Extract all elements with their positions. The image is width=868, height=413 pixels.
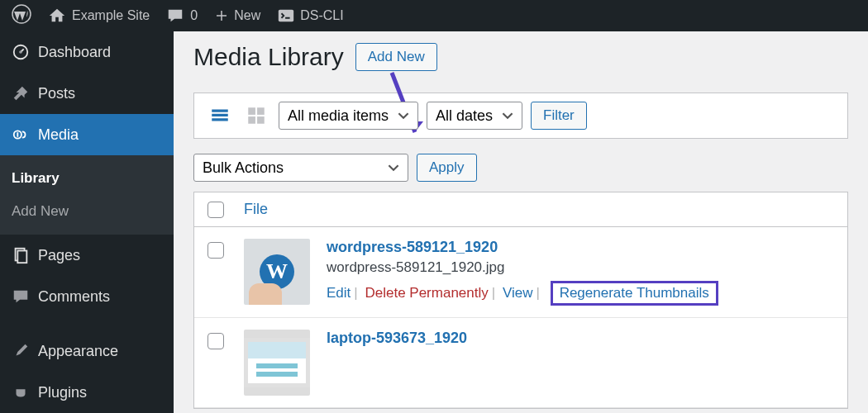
media-icon bbox=[12, 126, 30, 144]
svg-point-3 bbox=[19, 50, 22, 54]
row-actions: Edit| Delete Permanently| View| Regenera… bbox=[327, 281, 834, 306]
edit-link[interactable]: Edit bbox=[327, 285, 351, 301]
plug-icon bbox=[12, 383, 30, 401]
media-filters: All media items All dates Filter bbox=[193, 93, 848, 139]
terminal-icon bbox=[277, 7, 295, 25]
wp-logo[interactable] bbox=[3, 0, 40, 31]
sidebar-label: Dashboard bbox=[38, 44, 111, 61]
column-file[interactable]: File bbox=[244, 201, 268, 218]
svg-rect-6 bbox=[17, 251, 26, 263]
sidebar-subitem-library[interactable]: Library bbox=[0, 162, 174, 195]
media-type-select[interactable]: All media items bbox=[279, 102, 418, 130]
page-title: Media Library bbox=[193, 43, 344, 71]
bulk-actions-select[interactable]: Bulk Actions bbox=[193, 154, 408, 182]
sidebar-item-appearance[interactable]: Appearance bbox=[0, 330, 174, 372]
svg-rect-1 bbox=[279, 10, 293, 22]
dashboard-icon bbox=[12, 43, 30, 61]
svg-rect-8 bbox=[257, 107, 265, 115]
new-content-link[interactable]: New bbox=[206, 0, 269, 31]
list-icon bbox=[209, 105, 231, 126]
cli-label: DS-CLI bbox=[300, 8, 343, 23]
admin-sidebar: Dashboard Posts Media Library Add New Pa… bbox=[0, 31, 174, 413]
main-content: Media Library Add New All media items Al… bbox=[174, 31, 868, 413]
sidebar-item-media[interactable]: Media bbox=[0, 114, 174, 155]
sidebar-item-dashboard[interactable]: Dashboard bbox=[0, 31, 174, 73]
select-all-checkbox[interactable] bbox=[207, 202, 224, 218]
sidebar-label: Comments bbox=[38, 288, 110, 306]
media-thumbnail[interactable]: W bbox=[244, 239, 310, 305]
site-name: Example Site bbox=[72, 8, 150, 23]
sidebar-item-posts[interactable]: Posts bbox=[0, 73, 174, 114]
sidebar-item-plugins[interactable]: Plugins bbox=[0, 372, 174, 413]
svg-rect-7 bbox=[248, 107, 255, 115]
sidebar-item-comments[interactable]: Comments bbox=[0, 276, 174, 317]
media-filename: wordpress-589121_1920.jpg bbox=[327, 259, 834, 276]
media-title[interactable]: wordpress-589121_1920 bbox=[327, 239, 834, 256]
sidebar-label: Plugins bbox=[38, 384, 87, 401]
sidebar-item-pages[interactable]: Pages bbox=[0, 235, 174, 276]
admin-toolbar: Example Site 0 New DS-CLI bbox=[0, 0, 868, 31]
pages-icon bbox=[12, 246, 30, 264]
svg-rect-10 bbox=[257, 116, 265, 124]
svg-rect-9 bbox=[248, 116, 255, 124]
sidebar-subitem-addnew[interactable]: Add New bbox=[0, 195, 174, 228]
grid-icon bbox=[246, 105, 267, 126]
view-link[interactable]: View bbox=[503, 285, 533, 301]
media-table: File W wordpress-589121_1920 wordpress-5… bbox=[193, 192, 848, 409]
media-title[interactable]: laptop-593673_1920 bbox=[327, 330, 834, 347]
site-link[interactable]: Example Site bbox=[40, 0, 158, 31]
table-row: W wordpress-589121_1920 wordpress-589121… bbox=[194, 227, 847, 318]
list-view-button[interactable] bbox=[206, 102, 234, 130]
comments-link[interactable]: 0 bbox=[158, 0, 206, 31]
comment-icon bbox=[12, 287, 30, 306]
sidebar-label: Posts bbox=[38, 85, 75, 102]
page-header: Media Library Add New bbox=[193, 43, 848, 71]
sidebar-label: Appearance bbox=[38, 343, 118, 360]
row-checkbox[interactable] bbox=[207, 242, 224, 259]
sidebar-label: Pages bbox=[38, 247, 80, 264]
sidebar-label: Media bbox=[38, 126, 79, 144]
grid-view-button[interactable] bbox=[242, 102, 270, 130]
dates-select[interactable]: All dates bbox=[427, 102, 522, 130]
media-thumbnail[interactable] bbox=[244, 330, 310, 396]
comment-icon bbox=[166, 7, 184, 25]
table-row: laptop-593673_1920 bbox=[194, 318, 847, 408]
filter-button[interactable]: Filter bbox=[531, 102, 587, 130]
pin-icon bbox=[12, 84, 30, 102]
brush-icon bbox=[12, 342, 30, 360]
home-icon bbox=[48, 7, 66, 25]
new-label: New bbox=[234, 8, 260, 23]
plus-icon bbox=[214, 8, 229, 23]
add-new-button[interactable]: Add New bbox=[355, 43, 437, 71]
sidebar-media-submenu: Library Add New bbox=[0, 155, 174, 235]
wordpress-icon bbox=[12, 4, 31, 27]
comment-count: 0 bbox=[190, 8, 198, 23]
apply-button[interactable]: Apply bbox=[417, 154, 477, 182]
table-header: File bbox=[194, 192, 847, 227]
regenerate-thumbnails-link[interactable]: Regenerate Thumbnails bbox=[560, 285, 709, 301]
delete-link[interactable]: Delete Permanently bbox=[365, 285, 488, 301]
regenerate-highlight: Regenerate Thumbnails bbox=[551, 281, 718, 306]
ds-cli-link[interactable]: DS-CLI bbox=[269, 0, 351, 31]
row-checkbox[interactable] bbox=[207, 333, 224, 349]
bulk-actions-row: Bulk Actions Apply bbox=[193, 154, 848, 182]
